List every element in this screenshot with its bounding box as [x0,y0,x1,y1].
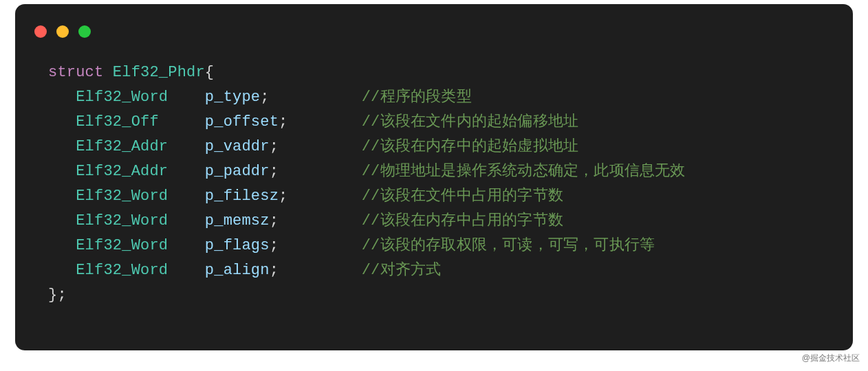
struct-name: Elf32_Phdr [113,64,205,81]
field-type: Elf32_Addr [76,138,168,155]
field-line: Elf32_Addr p_vaddr; //该段在内存中的起始虚拟地址 [48,135,853,159]
field-comment: //物理地址是操作系统动态确定，此项信息无效 [362,163,686,180]
field-line: Elf32_Addr p_paddr; //物理地址是操作系统动态确定，此项信息… [48,159,853,184]
field-line: Elf32_Word p_filesz; //该段在文件中占用的字节数 [48,184,853,209]
field-line: Elf32_Off p_offset; //该段在文件内的起始偏移地址 [48,110,853,135]
open-brace: { [205,64,214,81]
watermark: @掘金技术社区 [802,352,860,364]
semicolon: ; [270,262,279,279]
field-comment: //该段在内存中占用的字节数 [362,212,563,229]
field-type: Elf32_Addr [76,163,168,180]
maximize-icon[interactable] [78,25,91,38]
semicolon: ; [279,113,287,131]
code-window: struct Elf32_Phdr{ Elf32_Word p_type; //… [15,4,853,350]
field-comment: //该段在内存中的起始虚拟地址 [362,138,578,155]
field-line: Elf32_Word p_type; //程序的段类型 [48,85,853,110]
field-name: p_align [205,262,270,279]
field-type: Elf32_Word [76,89,168,106]
field-type: Elf32_Word [76,212,168,229]
field-name: p_offset [205,113,279,131]
field-comment: //对齐方式 [362,262,442,279]
semicolon: ; [270,163,279,180]
field-comment: //程序的段类型 [362,89,472,106]
keyword-struct: struct [48,64,103,81]
semicolon: ; [260,89,269,106]
close-icon[interactable] [34,25,47,38]
field-name: p_vaddr [205,138,270,155]
field-type: Elf32_Word [76,188,168,205]
field-type: Elf32_Off [76,113,159,131]
semicolon: ; [279,188,287,205]
field-comment: //该段的存取权限，可读，可写，可执行等 [362,237,655,254]
field-line: Elf32_Word p_flags; //该段的存取权限，可读，可写，可执行等 [48,234,853,258]
field-comment: //该段在文件中占用的字节数 [362,188,563,205]
field-type: Elf32_Word [76,262,168,279]
field-line: Elf32_Word p_align; //对齐方式 [48,258,853,283]
close-brace: }; [48,283,853,308]
field-name: p_paddr [205,163,270,180]
field-name: p_filesz [205,188,279,205]
field-type: Elf32_Word [76,237,168,254]
field-name: p_type [205,89,260,106]
field-name: p_memsz [205,212,270,229]
semicolon: ; [270,212,279,229]
semicolon: ; [270,237,279,254]
field-line: Elf32_Word p_memsz; //该段在内存中占用的字节数 [48,209,853,234]
field-name: p_flags [205,237,270,254]
semicolon: ; [270,138,279,155]
window-titlebar [15,4,853,43]
struct-declaration: struct Elf32_Phdr{ [48,60,853,85]
field-comment: //该段在文件内的起始偏移地址 [362,113,578,131]
minimize-icon[interactable] [56,25,69,38]
code-block: struct Elf32_Phdr{ Elf32_Word p_type; //… [15,43,853,308]
